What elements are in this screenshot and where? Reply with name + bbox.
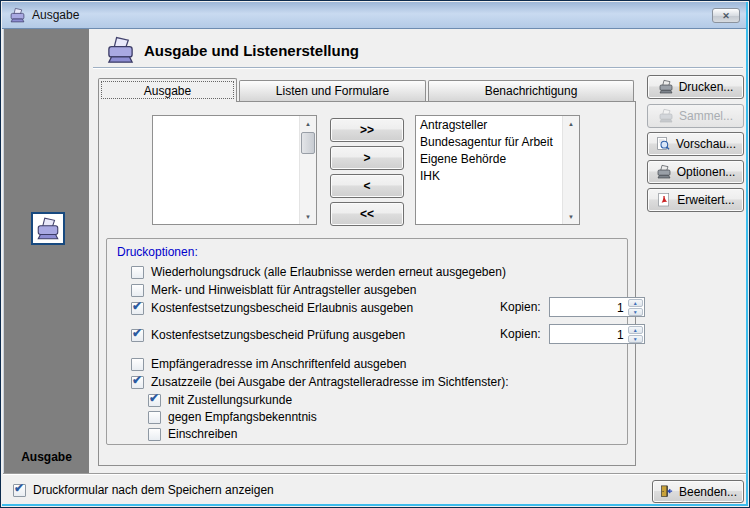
- dialog-window: Ausgabe ✕ Ausgabe Ausgabe und Listenerst…: [0, 0, 750, 508]
- checkbox-merkblatt[interactable]: Merk- und Hinweisblatt für Antragsteller…: [131, 282, 416, 298]
- checkbox-label: Kostenfestsetzungsbescheid Prüfung ausge…: [151, 328, 405, 342]
- tab-label: Ausgabe: [144, 84, 191, 98]
- move-left-button[interactable]: <: [330, 174, 404, 198]
- button-label: Vorschau...: [676, 137, 736, 151]
- window-edge-glow-right: [746, 2, 748, 506]
- checkbox-box[interactable]: ✔: [131, 302, 144, 315]
- list-item[interactable]: Bundesagentur für Arbeit: [416, 134, 562, 151]
- exit-door-icon: [659, 484, 674, 499]
- checkbox-zusatzzeile[interactable]: ✔ Zusatzzeile (bei Ausgabe der Antragste…: [131, 374, 509, 390]
- available-list-items[interactable]: [153, 116, 299, 224]
- vorschau-button[interactable]: Vorschau...: [647, 132, 744, 156]
- move-all-right-button[interactable]: >>: [330, 118, 404, 142]
- checkbox-label: Druckformular nach dem Speichern anzeige…: [33, 483, 274, 497]
- spinner-value[interactable]: 1: [550, 325, 627, 343]
- printer-icon: [658, 108, 674, 124]
- checkbox-label: Kostenfestsetzungsbescheid Erlaubnis aus…: [151, 301, 413, 315]
- checkbox-box[interactable]: [131, 284, 144, 297]
- check-icon: ✔: [132, 326, 142, 340]
- selected-list-scrollbar[interactable]: ▲ ▼: [562, 116, 579, 224]
- scroll-up-icon[interactable]: ▲: [300, 116, 316, 131]
- printer-icon: [656, 164, 672, 180]
- checkbox-label: Zusatzzeile (bei Ausgabe der Antragstell…: [151, 375, 509, 389]
- kopien-pruefung: Kopien: 1 ▲ ▼: [500, 324, 645, 344]
- printer-icon: [658, 79, 674, 95]
- move-all-left-button[interactable]: <<: [330, 202, 404, 226]
- titlebar[interactable]: Ausgabe ✕: [2, 2, 748, 29]
- spinner-value[interactable]: 1: [550, 298, 627, 316]
- erweitert-button[interactable]: Erweitert...: [647, 188, 744, 212]
- checkbox-box[interactable]: [148, 411, 161, 424]
- available-list-scrollbar[interactable]: ▲ ▼: [299, 116, 316, 224]
- checkbox-label: Merk- und Hinweisblatt für Antragsteller…: [151, 283, 416, 297]
- printer-icon: [35, 216, 61, 242]
- tab-content-panel: ▲ ▼ >> > < << Antragsteller Bundesagentu…: [98, 101, 636, 466]
- check-icon: ✔: [14, 481, 24, 495]
- checkbox-empfangsbekenntnis[interactable]: gegen Empfangsbekenntnis: [148, 409, 317, 425]
- checkbox-label: Wiederholungsdruck (alle Erlaubnisse wer…: [151, 265, 506, 279]
- close-icon: ✕: [722, 11, 730, 21]
- button-label: Drucken...: [679, 80, 734, 94]
- checkbox-box[interactable]: [131, 266, 144, 279]
- window-edge-glow-bottom: [2, 504, 748, 506]
- checkbox-zustellungsurkunde[interactable]: ✔ mit Zustellungsurkunde: [148, 392, 292, 408]
- checkbox-kostenbescheid-erlaubnis[interactable]: ✔ Kostenfestsetzungsbescheid Erlaubnis a…: [131, 300, 413, 316]
- list-item[interactable]: IHK: [416, 168, 562, 185]
- beenden-button[interactable]: Beenden...: [652, 480, 744, 503]
- optionen-button[interactable]: Optionen...: [647, 160, 744, 184]
- scroll-down-icon[interactable]: ▼: [300, 209, 316, 224]
- scrollbar-thumb[interactable]: [301, 132, 315, 154]
- footer-bar: ✔ Druckformular nach dem Speichern anzei…: [2, 475, 748, 506]
- checkbox-wiederholungsdruck[interactable]: Wiederholungsdruck (alle Erlaubnisse wer…: [131, 264, 506, 280]
- group-title: Druckoptionen:: [117, 245, 198, 259]
- kopien-pruefung-spinner[interactable]: 1 ▲ ▼: [549, 324, 645, 344]
- close-button[interactable]: ✕: [712, 8, 740, 23]
- list-item[interactable]: Antragsteller: [416, 117, 562, 134]
- checkbox-label: mit Zustellungsurkunde: [168, 393, 292, 407]
- window-title: Ausgabe: [32, 2, 79, 28]
- header-separator: [93, 67, 743, 69]
- checkbox-box[interactable]: [148, 428, 161, 441]
- tab-label: Listen und Formulare: [276, 84, 389, 98]
- scroll-up-icon[interactable]: ▲: [563, 116, 579, 131]
- kopien-erlaubnis-spinner[interactable]: 1 ▲ ▼: [549, 297, 645, 317]
- spinner-down-icon[interactable]: ▼: [628, 308, 643, 316]
- sammel-button[interactable]: Sammel...: [647, 104, 744, 128]
- kopien-label: Kopien:: [500, 327, 541, 341]
- druckoptionen-group: Druckoptionen: Wiederholungsdruck (alle …: [106, 238, 628, 445]
- checkbox-einschreiben[interactable]: Einschreiben: [148, 426, 237, 442]
- spinner-down-icon[interactable]: ▼: [628, 335, 643, 343]
- tab-listen-und-formulare[interactable]: Listen und Formulare: [239, 80, 426, 101]
- checkbox-box[interactable]: ✔: [148, 394, 161, 407]
- checkbox-label: gegen Empfangsbekenntnis: [168, 410, 317, 424]
- checkbox-empfaengeradresse[interactable]: Empfängeradresse im Anschriftenfeld ausg…: [131, 356, 407, 372]
- tab-ausgabe[interactable]: Ausgabe: [98, 78, 237, 102]
- available-list[interactable]: ▲ ▼: [152, 115, 317, 225]
- button-label: Erweitert...: [677, 193, 734, 207]
- selected-list[interactable]: Antragsteller Bundesagentur für Arbeit E…: [415, 115, 580, 225]
- kopien-label: Kopien:: [500, 300, 541, 314]
- tab-benachrichtigung[interactable]: Benachrichtigung: [428, 80, 634, 101]
- sidebar-item-ausgabe-button[interactable]: [31, 212, 65, 245]
- drucken-button[interactable]: Drucken...: [647, 75, 744, 99]
- checkbox-box[interactable]: [131, 358, 144, 371]
- checkbox-kostenbescheid-pruefung[interactable]: ✔ Kostenfestsetzungsbescheid Prüfung aus…: [131, 327, 405, 343]
- checkbox-druckformular-anzeigen[interactable]: ✔ Druckformular nach dem Speichern anzei…: [13, 483, 274, 497]
- check-icon: ✔: [132, 373, 142, 387]
- list-item[interactable]: Eigene Behörde: [416, 151, 562, 168]
- checkbox-box[interactable]: ✔: [131, 376, 144, 389]
- checkbox-label: Empfängeradresse im Anschriftenfeld ausg…: [151, 357, 407, 371]
- sidebar: Ausgabe: [3, 29, 89, 473]
- spinner-up-icon[interactable]: ▲: [628, 299, 643, 307]
- header-printer-icon: [105, 35, 136, 66]
- sidebar-item-label: Ausgabe: [4, 450, 89, 464]
- move-right-button[interactable]: >: [330, 146, 404, 170]
- check-icon: ✔: [132, 299, 142, 313]
- check-icon: ✔: [149, 391, 159, 405]
- spinner-up-icon[interactable]: ▲: [628, 326, 643, 334]
- button-label: Sammel...: [679, 109, 733, 123]
- kopien-erlaubnis: Kopien: 1 ▲ ▼: [500, 297, 645, 317]
- checkbox-box[interactable]: ✔: [13, 484, 26, 497]
- checkbox-box[interactable]: ✔: [131, 329, 144, 342]
- scroll-down-icon[interactable]: ▼: [563, 209, 579, 224]
